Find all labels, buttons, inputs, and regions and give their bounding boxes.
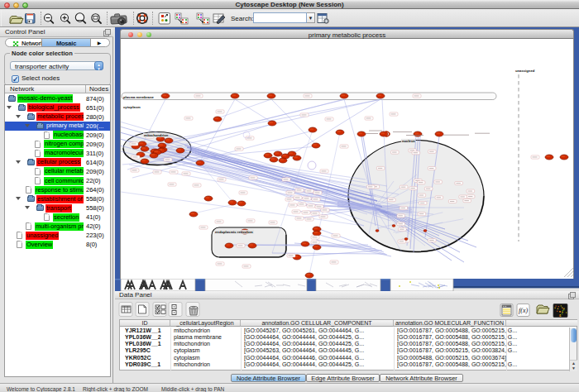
svg-text:unassigned: unassigned <box>515 69 535 73</box>
svg-text:cytoplasm: cytoplasm <box>123 105 141 109</box>
svg-text:mitochondrion: mitochondrion <box>144 133 169 137</box>
svg-text:endoplasmic reticulum: endoplasmic reticulum <box>215 230 253 234</box>
svg-text:f(x): f(x) <box>519 307 528 314</box>
svg-text:nucleus: nucleus <box>402 139 415 143</box>
svg-text:plasma membrane: plasma membrane <box>123 95 154 99</box>
